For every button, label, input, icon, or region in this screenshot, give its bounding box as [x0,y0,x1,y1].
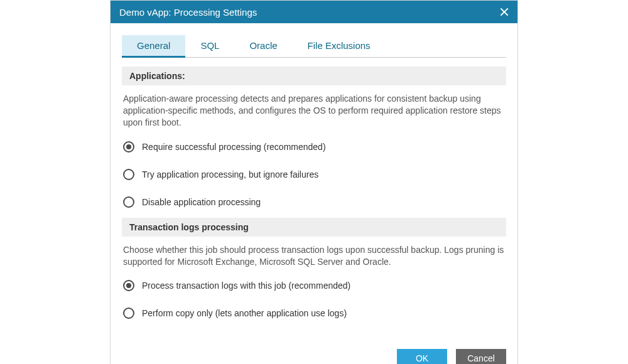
radio-copy-only[interactable]: Perform copy only (lets another applicat… [122,301,506,325]
radio-label: Try application processing, but ignore f… [142,169,318,179]
txlogs-section-header: Transaction logs processing [122,218,506,237]
ok-button[interactable]: OK [397,349,447,364]
tab-label: Oracle [249,40,277,51]
applications-section-header: Applications: [122,67,506,85]
radio-icon [123,169,134,180]
tab-file-exclusions[interactable]: File Exclusions [293,35,386,58]
tab-general[interactable]: General [122,35,185,58]
radio-icon [123,280,134,291]
tab-oracle[interactable]: Oracle [234,35,292,58]
dialog-content: Applications: Application-aware processi… [111,58,517,340]
radio-label: Require successful processing (recommend… [142,142,326,152]
txlogs-section-description: Choose whether this job should process t… [122,237,506,274]
radio-label: Perform copy only (lets another applicat… [142,308,347,318]
radio-process-txlogs[interactable]: Process transaction logs with this job (… [122,274,506,297]
radio-icon [123,141,134,153]
tabs: General SQL Oracle File Exclusions [122,35,506,58]
tab-label: File Exclusions [308,40,371,51]
radio-label: Process transaction logs with this job (… [142,281,350,291]
dialog-title: Demo vApp: Processing Settings [119,7,257,18]
radio-label: Disable application processing [142,197,261,207]
cancel-button[interactable]: Cancel [456,349,506,364]
radio-disable-processing[interactable]: Disable application processing [122,190,506,214]
radio-try-ignore-failures[interactable]: Try application processing, but ignore f… [122,163,506,186]
radio-icon [123,196,134,208]
dialog-footer: OK Cancel [111,340,517,364]
close-icon[interactable] [500,8,509,16]
processing-settings-dialog: Demo vApp: Processing Settings General S… [110,0,518,364]
titlebar: Demo vApp: Processing Settings [111,1,517,23]
tab-label: General [137,40,170,51]
tab-sql[interactable]: SQL [185,35,234,58]
applications-section-description: Application-aware processing detects and… [122,85,506,135]
radio-require-successful[interactable]: Require successful processing (recommend… [122,135,506,159]
tab-label: SQL [200,40,219,51]
radio-icon [123,308,134,319]
